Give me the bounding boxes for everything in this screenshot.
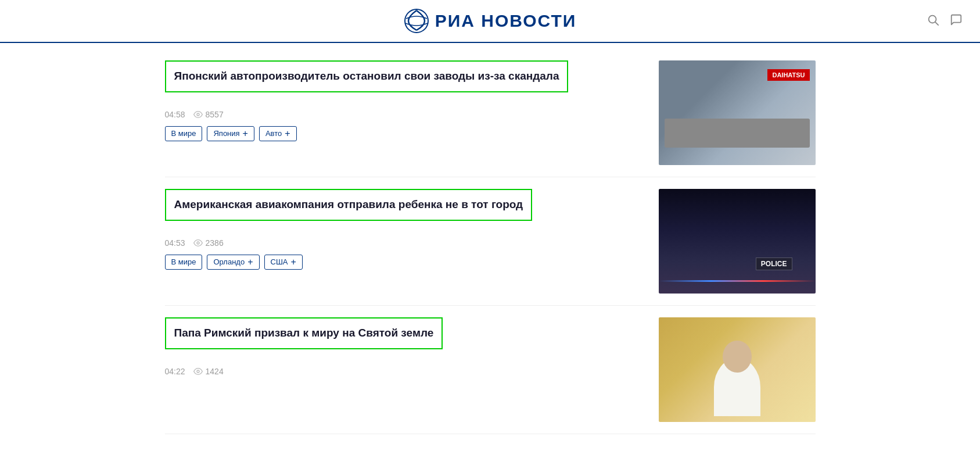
message-icon <box>950 13 963 26</box>
tag-v-mire[interactable]: В мире <box>165 126 203 141</box>
article-views: 2386 <box>193 238 224 248</box>
search-icon <box>927 13 939 26</box>
tag-orlando[interactable]: Орландо + <box>207 255 259 270</box>
header-actions <box>927 13 963 28</box>
article-image <box>659 60 816 165</box>
article-meta: 04:53 2386 <box>165 238 636 248</box>
svg-line-2 <box>935 22 938 25</box>
articles-list: Японский автопроизводитель остановил сво… <box>142 43 839 440</box>
article-item: Папа Римский призвал к миру на Святой зе… <box>165 306 816 434</box>
article-title-box[interactable]: Американская авиакомпания отправила ребе… <box>165 189 533 221</box>
tag-v-mire[interactable]: В мире <box>165 255 203 270</box>
tag-plus-icon: + <box>247 257 253 267</box>
svg-point-3 <box>197 113 199 116</box>
site-header: РИА НОВОСТИ <box>0 0 980 43</box>
eye-icon <box>193 238 203 248</box>
views-count: 2386 <box>206 238 224 248</box>
views-count: 8557 <box>206 110 224 119</box>
svg-point-4 <box>197 242 199 244</box>
tag-usa[interactable]: США + <box>264 255 303 270</box>
article-tags: В мире Япония + Авто + <box>165 126 636 141</box>
article-item: Американская авиакомпания отправила ребе… <box>165 177 816 306</box>
article-time: 04:53 <box>165 238 185 248</box>
article-title: Японский автопроизводитель остановил сво… <box>174 69 559 84</box>
tag-avto[interactable]: Авто + <box>259 126 297 141</box>
article-image <box>659 317 816 422</box>
article-time: 04:58 <box>165 110 185 119</box>
tag-plus-icon: + <box>243 128 248 139</box>
article-time: 04:22 <box>165 367 185 376</box>
search-button[interactable] <box>927 13 939 28</box>
article-title: Папа Римский призвал к миру на Святой зе… <box>174 325 434 341</box>
eye-icon <box>193 110 203 119</box>
article-image <box>659 189 816 294</box>
article-content: Японский автопроизводитель остановил сво… <box>165 60 636 141</box>
tag-plus-icon: + <box>291 257 296 267</box>
article-content: Американская авиакомпания отправила ребе… <box>165 189 636 270</box>
ria-logo-icon <box>404 8 429 34</box>
article-content: Папа Римский призвал к миру на Святой зе… <box>165 317 636 383</box>
eye-icon <box>193 367 203 376</box>
tag-plus-icon: + <box>285 128 290 139</box>
chat-button[interactable] <box>950 13 963 28</box>
article-tags: В мире Орландо + США + <box>165 255 636 270</box>
tag-yaponiya[interactable]: Япония + <box>207 126 254 141</box>
article-meta: 04:58 8557 <box>165 110 636 119</box>
logo[interactable]: РИА НОВОСТИ <box>404 8 577 34</box>
article-title-box[interactable]: Папа Римский призвал к миру на Святой зе… <box>165 317 443 349</box>
article-title-box[interactable]: Японский автопроизводитель остановил сво… <box>165 60 569 92</box>
views-count: 1424 <box>206 367 224 376</box>
article-item: Японский автопроизводитель остановил сво… <box>165 49 816 177</box>
svg-point-5 <box>197 370 199 373</box>
article-title: Американская авиакомпания отправила ребе… <box>174 197 523 213</box>
article-views: 1424 <box>193 367 224 376</box>
article-views: 8557 <box>193 110 224 119</box>
site-title: РИА НОВОСТИ <box>435 11 577 31</box>
article-meta: 04:22 1424 <box>165 367 636 376</box>
